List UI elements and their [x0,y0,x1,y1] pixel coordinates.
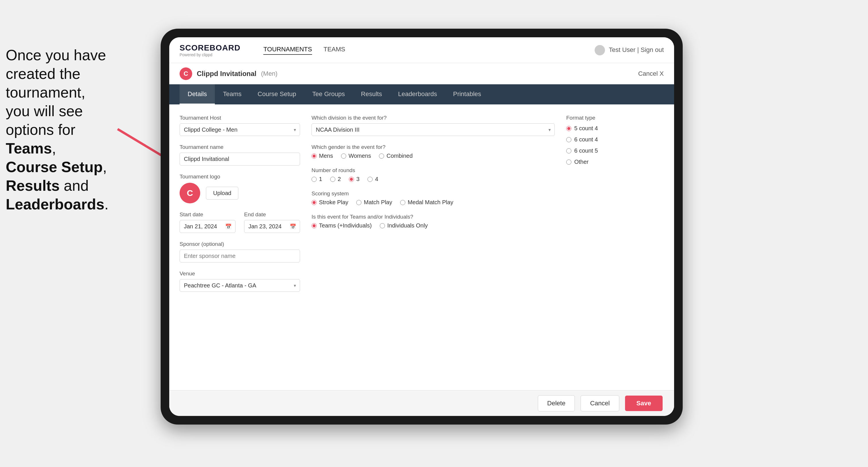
rounds-3-option[interactable]: 3 [349,176,360,182]
rounds-4-label: 4 [375,176,378,182]
gender-combined-radio[interactable] [379,153,384,159]
tab-teams[interactable]: Teams [215,84,250,104]
tab-bar: DetailsTeamsCourse SetupTee GroupsResult… [169,84,674,104]
tab-tee-groups[interactable]: Tee Groups [304,84,353,104]
scoring-medal-option[interactable]: Medal Match Play [400,199,453,206]
gender-mens-option[interactable]: Mens [311,153,333,159]
format-other-option[interactable]: Other [566,159,664,165]
tournament-gender: (Men) [261,70,277,77]
tablet-screen: SCOREBOARD Powered by clippd TOURNAMENTS… [169,37,674,416]
right-column: Format type 5 count 4 6 count 4 6 cou [566,115,664,380]
dates-group: Start date End date [180,211,300,233]
gender-mens-radio[interactable] [311,153,317,159]
individuals-only-label: Individuals Only [387,222,428,229]
rounds-radio-group: 1 2 3 4 [311,176,555,182]
individuals-only-radio[interactable] [380,223,385,228]
end-date-group: End date [244,211,300,233]
date-row: Start date End date [180,211,300,233]
gender-womens-label: Womens [348,153,371,159]
scoring-stroke-radio[interactable] [311,200,317,205]
delete-button[interactable]: Delete [538,395,575,411]
tab-details[interactable]: Details [180,84,215,104]
tournament-logo: C [180,67,192,80]
gender-womens-radio[interactable] [341,153,346,159]
gender-combined-label: Combined [386,153,412,159]
scoring-match-option[interactable]: Match Play [356,199,392,206]
tournament-logo-group: Tournament logo C Upload [180,174,300,204]
save-button[interactable]: Save [625,396,662,411]
rounds-4-radio[interactable] [368,177,373,182]
individuals-only-option[interactable]: Individuals Only [380,222,428,229]
rounds-4-option[interactable]: 4 [368,176,378,182]
teams-radio-group: Teams (+Individuals) Individuals Only [311,222,555,229]
nav-tournaments[interactable]: TOURNAMENTS [263,45,312,55]
rounds-1-option[interactable]: 1 [311,176,322,182]
cancel-tournament-button[interactable]: Cancel X [638,70,664,77]
venue-group: Venue Peachtree GC - Atlanta - GA [180,271,300,292]
tournament-name: Clippd Invitational [197,70,256,78]
format-6count5-option[interactable]: 6 count 5 [566,148,664,154]
end-date-label: End date [244,211,300,218]
gender-combined-option[interactable]: Combined [379,153,412,159]
rounds-1-radio[interactable] [311,177,317,182]
user-area[interactable]: Test User | Sign out [595,45,664,55]
main-content: Tournament Host Clippd College - Men Tou… [169,104,674,416]
teams-plus-individuals-option[interactable]: Teams (+Individuals) [311,222,372,229]
tournament-host-select[interactable]: Clippd College - Men [180,123,300,136]
tab-course-setup[interactable]: Course Setup [250,84,304,104]
rounds-2-option[interactable]: 2 [330,176,341,182]
tournament-name-label: Tournament name [180,144,300,150]
tournament-host-group: Tournament Host Clippd College - Men [180,115,300,136]
rounds-2-radio[interactable] [330,177,335,182]
nav-teams[interactable]: TEAMS [323,45,345,55]
user-signin[interactable]: Test User | Sign out [609,46,664,53]
scoring-radio-group: Stroke Play Match Play Medal Match Play [311,199,555,206]
format-other-radio[interactable] [566,159,571,165]
rounds-label: Number of rounds [311,167,555,174]
scoring-group: Scoring system Stroke Play Match Play [311,190,555,206]
scoring-stroke-label: Stroke Play [319,199,348,206]
bottom-bar: Delete Cancel Save [169,390,674,416]
format-other-label: Other [574,159,589,165]
left-column: Tournament Host Clippd College - Men Tou… [180,115,300,380]
upload-button[interactable]: Upload [206,187,238,200]
gender-label: Which gender is the event for? [311,144,555,150]
tournament-name-group: Tournament name [180,144,300,165]
venue-label: Venue [180,271,300,277]
logo-preview: C [180,183,200,204]
start-date-label: Start date [180,211,236,218]
gender-radio-group: Mens Womens Combined [311,153,555,159]
cancel-button[interactable]: Cancel [581,395,619,411]
rounds-3-label: 3 [356,176,360,182]
format-6count4-option[interactable]: 6 count 4 [566,136,664,143]
teams-group: Is this event for Teams and/or Individua… [311,214,555,229]
logo-sub: Powered by clippd [180,53,240,57]
sponsor-label: Sponsor (optional) [180,241,300,247]
venue-select[interactable]: Peachtree GC - Atlanta - GA [180,279,300,292]
tab-results[interactable]: Results [353,84,390,104]
start-date-input[interactable] [180,220,236,233]
sponsor-input[interactable] [180,250,300,262]
format-5count4-radio[interactable] [566,126,571,131]
tab-leaderboards[interactable]: Leaderboards [390,84,445,104]
format-5count4-option[interactable]: 5 count 4 [566,125,664,132]
scoring-label: Scoring system [311,190,555,197]
tournament-name-input[interactable] [180,153,300,165]
scoring-stroke-option[interactable]: Stroke Play [311,199,348,206]
format-6count4-radio[interactable] [566,137,571,142]
scoring-medal-radio[interactable] [400,200,405,205]
end-date-input[interactable] [244,220,300,233]
gender-womens-option[interactable]: Womens [341,153,371,159]
teams-plus-individuals-radio[interactable] [311,223,317,228]
division-select[interactable]: NCAA Division III [311,123,555,136]
logo-text: SCOREBOARD [180,43,240,53]
rounds-3-radio[interactable] [349,177,354,182]
division-label: Which division is the event for? [311,115,555,121]
gender-group: Which gender is the event for? Mens Wome… [311,144,555,159]
format-6count5-radio[interactable] [566,148,571,153]
scoring-match-radio[interactable] [356,200,362,205]
venue-select-wrapper: Peachtree GC - Atlanta - GA [180,279,300,292]
tablet-frame: SCOREBOARD Powered by clippd TOURNAMENTS… [161,29,683,425]
logo-upload-area: C Upload [180,183,300,204]
tab-printables[interactable]: Printables [445,84,489,104]
